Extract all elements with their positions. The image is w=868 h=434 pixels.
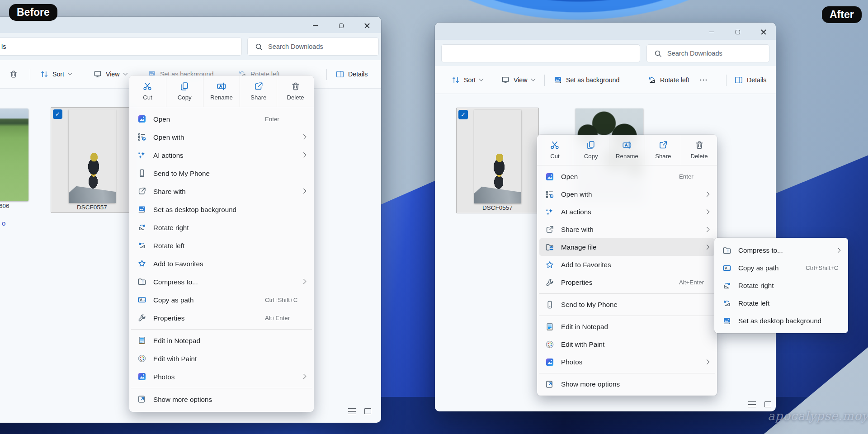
menu-item-edit-in-notepad[interactable]: Edit in Notepad [132, 331, 311, 349]
menu-item-photos[interactable]: Photos [132, 368, 311, 386]
selection-checkbox[interactable]: ✓ [53, 109, 62, 119]
menu-item-share-with[interactable]: Share with [132, 182, 311, 200]
file-thumbnail-golf[interactable] [0, 108, 28, 201]
sort-button[interactable]: Sort [447, 72, 487, 88]
cut-button[interactable]: Cut [537, 135, 573, 165]
menu-item-manage-file[interactable]: Manage file [539, 238, 715, 256]
menu-item-rotate-right[interactable]: Rotate right [132, 218, 311, 236]
chevron-right-icon [301, 152, 306, 157]
clipped-file-name[interactable]: o [2, 219, 5, 227]
menu-item-rotate-left[interactable]: Rotate left [132, 236, 311, 255]
share-icon [658, 140, 668, 150]
maximize-button[interactable] [335, 20, 348, 31]
delete-button[interactable] [5, 66, 23, 82]
menu-items: OpenEnterOpen withAI actionsShare withMa… [537, 165, 717, 396]
menu-item-share-with[interactable]: Share with [539, 221, 715, 238]
clipped-file-name[interactable]: 606 [0, 203, 9, 209]
menu-item-label: Show more options [561, 380, 620, 388]
menu-items: OpenEnterOpen withAI actionsSend to My P… [129, 107, 314, 412]
menu-item-rotate-right[interactable]: Rotate right [717, 277, 846, 294]
view-button[interactable]: View [89, 66, 132, 82]
close-button[interactable] [757, 26, 770, 38]
list-view-icon[interactable] [348, 408, 356, 414]
menu-item-open-with[interactable]: Open with [539, 185, 715, 203]
selected-file-dscf0557[interactable]: ✓ DSCF0557 [51, 107, 133, 213]
menu-item-label: Share with [153, 188, 186, 195]
maximize-button[interactable] [731, 26, 745, 38]
see-more-button[interactable] [694, 72, 711, 88]
menu-item-edit-in-notepad[interactable]: Edit in Notepad [539, 318, 715, 335]
minimize-icon [313, 25, 318, 26]
search-input[interactable]: Search Downloads [646, 44, 769, 62]
menu-item-label: Open with [561, 190, 592, 198]
menu-item-send-to-my-phone[interactable]: Send to My Phone [539, 296, 715, 313]
menu-item-rotate-left[interactable]: Rotate left [717, 294, 846, 312]
menu-item-send-to-my-phone[interactable]: Send to My Phone [132, 164, 311, 182]
menu-item-properties[interactable]: PropertiesAlt+Enter [132, 309, 311, 327]
copy-button[interactable]: Copy [573, 135, 609, 165]
menu-item-copy-as-path[interactable]: Copy as pathCtrl+Shift+C [717, 259, 846, 277]
minimize-button[interactable] [705, 26, 718, 38]
menu-separator [539, 293, 715, 294]
menu-item-compress-to[interactable]: Compress to... [717, 241, 846, 259]
menu-item-add-to-favorites[interactable]: Add to Favorites [132, 255, 311, 273]
minimize-button[interactable] [308, 20, 322, 31]
details-icon [734, 75, 743, 85]
menu-item-label: Share with [561, 226, 594, 233]
rotate-left-button[interactable]: Rotate left [643, 72, 694, 88]
rename-button[interactable]: Rename [203, 75, 240, 107]
sort-button[interactable]: Sort [35, 66, 76, 82]
chevron-right-icon [704, 209, 709, 214]
copy-icon [179, 81, 189, 91]
search-input[interactable]: Search Downloads [247, 38, 379, 56]
share-button[interactable]: Share [240, 75, 277, 107]
delete-button[interactable]: Delete [277, 75, 314, 107]
menu-item-label: Show more options [153, 396, 212, 403]
menu-item-copy-as-path[interactable]: Copy as pathCtrl+Shift+C [132, 291, 311, 309]
command-label: Share [655, 153, 671, 160]
menu-item-show-more-options[interactable]: Show more options [132, 390, 311, 408]
selection-checkbox[interactable]: ✓ [458, 110, 468, 119]
manage-file-icon [545, 243, 554, 252]
menu-item-photos[interactable]: Photos [539, 353, 715, 371]
photo-app-icon [137, 114, 146, 123]
menu-item-compress-to[interactable]: Compress to... [132, 273, 311, 291]
menu-item-open[interactable]: OpenEnter [539, 168, 715, 185]
menu-item-ai-actions[interactable]: AI actions [539, 203, 715, 221]
close-button[interactable] [360, 20, 374, 31]
details-button[interactable]: Details [331, 66, 372, 82]
menu-item-open[interactable]: OpenEnter [132, 110, 311, 128]
set-as-background-button[interactable]: Set as background [549, 72, 624, 88]
toolbar-divider [544, 75, 545, 86]
chevron-right-icon [301, 134, 306, 139]
star-icon [545, 260, 554, 269]
menu-item-edit-with-paint[interactable]: Edit with Paint [132, 349, 311, 368]
selected-file-dscf0557[interactable]: ✓ DSCF0557 [456, 108, 539, 213]
menu-item-label: Rotate left [738, 299, 769, 307]
chevron-right-icon [301, 374, 306, 379]
address-bar[interactable] [441, 44, 640, 62]
menu-item-add-to-favorites[interactable]: Add to Favorites [539, 256, 715, 274]
share-button[interactable]: Share [645, 135, 681, 165]
menu-item-properties[interactable]: PropertiesAlt+Enter [539, 274, 715, 291]
copy-button[interactable]: Copy [166, 75, 203, 107]
menu-item-set-as-desktop-background[interactable]: Set as desktop background [132, 200, 311, 218]
delete-button[interactable]: Delete [681, 135, 717, 165]
thumbnail-view-icon[interactable] [364, 408, 371, 414]
thumbnail-view-icon[interactable] [764, 401, 771, 407]
address-bar[interactable]: ls [0, 38, 242, 56]
menu-item-set-as-desktop-background[interactable]: Set as desktop background [717, 312, 846, 330]
details-button[interactable]: Details [730, 72, 771, 88]
menu-item-show-more-options[interactable]: Show more options [539, 375, 715, 393]
cut-button[interactable]: Cut [129, 75, 166, 107]
menu-item-label: Add to Favorites [153, 260, 203, 268]
menu-item-open-with[interactable]: Open with [132, 128, 311, 146]
rename-icon [622, 140, 632, 150]
set-as-background-label: Set as background [566, 76, 619, 84]
view-button[interactable]: View [496, 72, 539, 88]
rename-button[interactable]: Rename [609, 135, 645, 165]
menu-item-ai-actions[interactable]: AI actions [132, 146, 311, 164]
list-view-icon[interactable] [748, 401, 756, 407]
menu-item-label: Send to My Phone [153, 170, 210, 177]
menu-item-edit-with-paint[interactable]: Edit with Paint [539, 335, 715, 353]
